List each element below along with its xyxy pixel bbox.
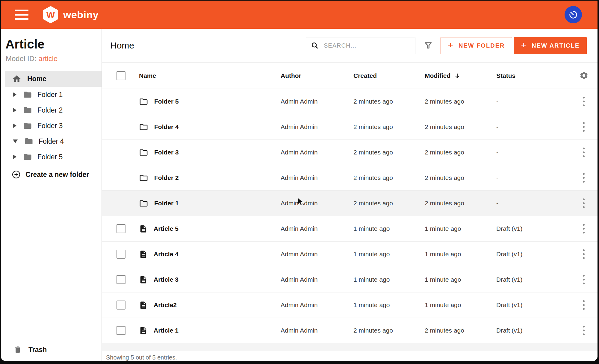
table-row-folder-3[interactable]: Folder 3 Admin Admin 2 minutes ago 2 min… [102,140,598,165]
folder-icon [23,90,32,99]
row-actions-menu-icon[interactable] [581,298,586,312]
cell-author: Admin Admin [281,123,353,131]
cell-status: - [496,174,570,181]
folder-outline-icon [139,148,148,157]
row-checkbox[interactable] [117,224,125,233]
model-id-label: Model ID: [6,54,37,63]
sidebar: Article Model ID: article Home Fo [1,29,102,361]
gravatar-icon [566,7,580,22]
tree-item-folder-5[interactable]: Folder 5 [1,149,102,165]
chevron-right-icon[interactable] [13,108,16,113]
tree-folder-label: Folder 3 [37,122,63,130]
column-header-created[interactable]: Created [353,72,425,79]
table-row-article-1[interactable]: Article 1 Admin Admin 2 minutes ago 2 mi… [102,318,598,343]
toolbar: Home + [102,29,598,63]
table-header-row: Name Author Created Modified [102,63,598,89]
plus-circle-icon [12,170,21,179]
sort-descending-arrow-icon [454,72,461,79]
table-row-folder-1[interactable]: Folder 1 Admin Admin 2 minutes ago 2 min… [102,191,598,216]
row-actions-menu-icon[interactable] [581,146,586,159]
svg-text:W: W [46,10,55,20]
cell-author: Admin Admin [281,98,353,105]
row-actions-menu-icon[interactable] [581,95,586,108]
cell-status: Draft (v1) [496,276,570,283]
table-row-folder-4[interactable]: Folder 4 Admin Admin 2 minutes ago 2 min… [102,114,598,140]
cell-status: - [496,98,570,105]
row-checkbox[interactable] [117,326,125,335]
new-article-button[interactable]: + NEW ARTICLE [514,37,587,54]
tree-item-folder-1[interactable]: Folder 1 [1,87,102,102]
row-checkbox[interactable] [117,250,125,259]
cell-modified: 2 minutes ago [425,200,496,207]
column-header-status[interactable]: Status [496,72,570,79]
table-row-folder-5[interactable]: Folder 5 Admin Admin 2 minutes ago 2 min… [102,89,598,114]
cell-modified: 1 minute ago [425,225,496,232]
row-checkbox[interactable] [117,301,125,310]
table-footer: Showing 5 out of 5 entries. [102,351,598,361]
tree-item-home[interactable]: Home [5,71,102,87]
table-settings-button[interactable] [579,71,589,80]
chevron-down-icon[interactable] [13,139,18,143]
user-avatar[interactable] [565,6,582,23]
entries-table: Name Author Created Modified [102,63,598,343]
cell-created: 2 minutes ago [353,149,425,156]
folder-tree: Home Folder 1 Folder 2 [1,71,102,179]
row-checkbox[interactable] [117,275,125,284]
search-input[interactable] [323,42,415,49]
hamburger-menu-icon[interactable] [15,10,28,20]
row-actions-menu-icon[interactable] [581,171,586,184]
filter-button[interactable] [423,40,433,51]
cell-status: Draft (v1) [496,251,570,258]
row-actions-menu-icon[interactable] [581,248,586,261]
cell-created: 1 minute ago [353,276,425,283]
webiny-hexagon-icon: W [42,6,59,24]
search-box[interactable] [306,37,415,54]
create-new-folder-button[interactable]: Create a new folder [12,170,102,179]
trash-label: Trash [28,346,47,354]
model-id: Model ID: article [6,54,102,63]
chevron-right-icon[interactable] [13,92,16,97]
table-row-article-5[interactable]: Article 5 Admin Admin 1 minute ago 1 min… [102,216,598,242]
tree-item-folder-4[interactable]: Folder 4 [1,134,102,149]
table-row-folder-2[interactable]: Folder 2 Admin Admin 2 minutes ago 2 min… [102,165,598,191]
document-icon [139,301,148,310]
content-area: Home + [102,29,598,361]
row-actions-menu-icon[interactable] [581,197,586,210]
cell-status: - [496,200,570,207]
table-row-article-4[interactable]: Article 4 Admin Admin 1 minute ago 1 min… [102,242,598,267]
new-folder-button[interactable]: + NEW FOLDER [441,37,512,54]
column-header-name[interactable]: Name [139,72,281,79]
folder-outline-icon [139,199,148,208]
cell-status: - [496,149,570,156]
row-actions-menu-icon[interactable] [581,324,586,337]
select-all-checkbox[interactable] [117,71,125,80]
table-row-article-3[interactable]: Article 3 Admin Admin 1 minute ago 1 min… [102,267,598,292]
row-actions-menu-icon[interactable] [581,222,586,235]
horizontal-scrollbar-track[interactable] [102,343,598,351]
cell-author: Admin Admin [281,251,353,258]
brand-name: webiny [63,9,99,21]
column-header-modified[interactable]: Modified [425,72,496,79]
cell-created: 1 minute ago [353,301,425,309]
cell-created: 2 minutes ago [353,123,425,131]
trash-icon [13,345,22,354]
webiny-logo: W webiny [42,6,99,24]
trash-button[interactable]: Trash [1,338,102,361]
cell-author: Admin Admin [281,174,353,181]
cell-status: - [496,123,570,131]
chevron-right-icon[interactable] [13,123,16,128]
row-actions-menu-icon[interactable] [581,273,586,286]
table-row-article-2[interactable]: Article2 Admin Admin 1 minute ago 1 minu… [102,292,598,318]
row-actions-menu-icon[interactable] [581,120,586,134]
cell-modified: 1 minute ago [425,276,496,283]
tree-item-folder-3[interactable]: Folder 3 [1,118,102,134]
cell-author: Admin Admin [281,301,353,309]
screen: W webiny Article Model ID: article [0,0,599,364]
page-title: Home [110,40,134,51]
tree-item-folder-2[interactable]: Folder 2 [1,102,102,118]
chevron-right-icon[interactable] [13,154,16,159]
cell-modified: 2 minutes ago [425,174,496,181]
cell-created: 2 minutes ago [353,200,425,207]
column-header-author[interactable]: Author [281,72,353,79]
toolbar-actions: + NEW FOLDER + NEW ARTICLE [306,37,587,54]
